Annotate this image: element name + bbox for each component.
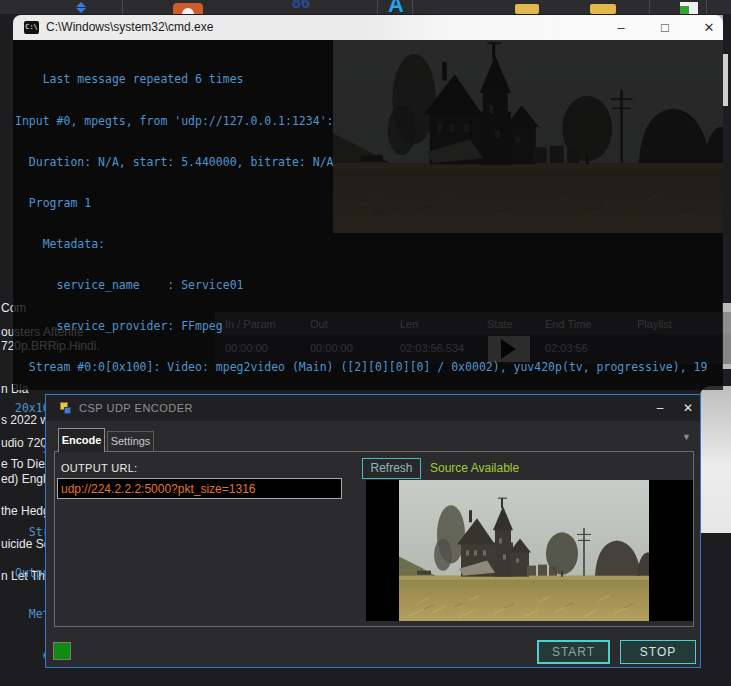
orange-app-icon [173, 3, 203, 14]
terminal-line: Input #0, mpegts, from 'udp://127.0.0.1:… [15, 115, 707, 129]
cmd-titlebar[interactable]: C:\ C:\Windows\system32\cmd.exe – □ ✕ [13, 15, 723, 40]
minimize-button[interactable]: – [601, 15, 641, 40]
refresh-button[interactable]: Refresh [362, 458, 421, 479]
terminal-line: Program 1 [15, 197, 707, 211]
output-url-label: OUTPUT URL: [61, 462, 137, 474]
background-toolbar: 86 A [0, 0, 731, 14]
cmd-icon: C:\ [24, 21, 39, 34]
minimize-button[interactable]: – [646, 395, 674, 421]
desktop: 86 A In / Param Out Len State End Time P… [0, 0, 731, 686]
terminal-line: Last message repeated 6 times [15, 73, 707, 87]
start-button[interactable]: START [537, 640, 610, 664]
terminal-line: Metadata: [15, 238, 707, 252]
source-status-text: Source Available [430, 461, 519, 475]
chevron-down-icon[interactable]: ▼ [682, 432, 691, 442]
sort-arrows-icon [76, 2, 86, 13]
terminal-line: Duration: N/A, start: 5.440000, bitrate:… [15, 156, 707, 170]
green-doc-icon [680, 2, 698, 14]
encoder-dialog: CSP UDP ENCODER – ✕ Encode Settings ▼ OU… [45, 394, 701, 668]
output-url-input[interactable] [57, 478, 342, 499]
terminal-line: service_provider: FFmpeg [15, 320, 707, 334]
background-scrollbar [723, 54, 728, 106]
tab-settings[interactable]: Settings [107, 431, 154, 451]
terminal-line: Stream #0:0[0x100]: Video: mpeg2video (M… [15, 361, 707, 375]
close-button[interactable]: ✕ [674, 395, 702, 421]
status-indicator [53, 642, 71, 660]
terminal-line: service_name : Service01 [15, 279, 707, 293]
app-form-icon [60, 402, 72, 414]
letter-a-icon: A [388, 0, 404, 14]
dialog-title: CSP UDP ENCODER [79, 402, 193, 414]
cmd-window: Last message repeated 6 times Input #0, … [13, 15, 723, 390]
dialog-titlebar[interactable]: CSP UDP ENCODER – ✕ [46, 395, 700, 421]
video-preview [366, 480, 693, 621]
binoculars-86-icon: 86 [292, 0, 310, 12]
cmd-window-title: C:\Windows\system32\cmd.exe [46, 20, 213, 34]
close-button[interactable]: ✕ [689, 15, 729, 40]
folder-icon [515, 4, 539, 14]
tab-encode[interactable]: Encode [58, 428, 105, 452]
maximize-button[interactable]: □ [645, 15, 685, 40]
folder-icon [590, 4, 616, 14]
stop-button[interactable]: STOP [620, 640, 696, 664]
